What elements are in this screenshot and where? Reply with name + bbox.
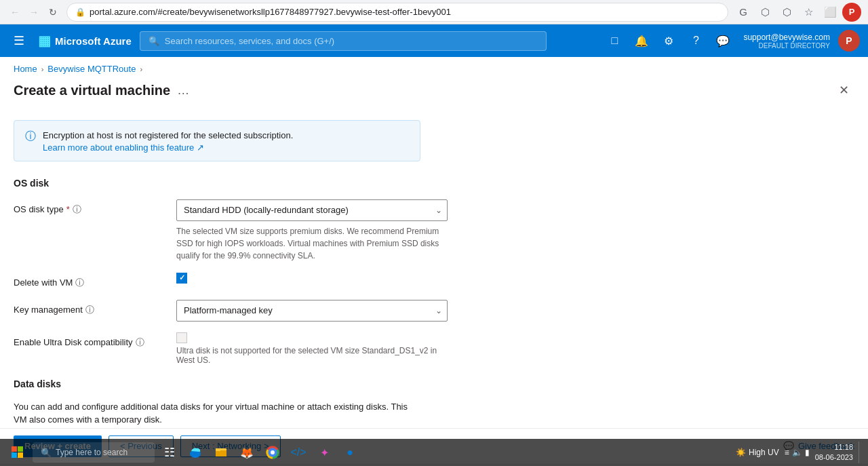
disk-type-label-text: OS disk type [14, 204, 64, 214]
back-button[interactable]: ← [7, 4, 23, 20]
info-circle-icon: ⓘ [25, 130, 36, 153]
user-profile[interactable]: support@bevywise.com DEFAULT DIRECTORY [738, 30, 835, 52]
firefox-button[interactable]: 🦊 [235, 440, 259, 465]
battery-icon[interactable]: ▮ [805, 448, 810, 457]
ultra-disk-info-icon[interactable]: ⓘ [136, 336, 144, 349]
info-banner: ⓘ Encryption at host is not registered f… [14, 120, 420, 161]
start-button[interactable] [5, 440, 30, 465]
disk-type-hint: The selected VM size supports premium di… [176, 225, 448, 262]
avatar[interactable]: P [838, 30, 860, 52]
edge-button[interactable] [183, 440, 208, 465]
svg-rect-3 [18, 452, 23, 458]
address-bar[interactable]: 🔒 portal.azure.com/#create/bevywisenetwo… [66, 3, 728, 22]
ext-button-1[interactable]: ⬡ [755, 3, 774, 22]
refresh-button[interactable]: ↻ [45, 4, 61, 20]
app7-button[interactable]: ✦ [312, 440, 336, 465]
key-mgmt-info-icon[interactable]: ⓘ [85, 304, 94, 316]
show-desktop-button[interactable] [859, 442, 863, 463]
key-management-label-text: Key management [14, 305, 83, 315]
google-ext-button[interactable]: G [734, 3, 753, 22]
lock-icon: 🔒 [75, 7, 85, 17]
data-disks-section: Data disks You can add and configure add… [14, 376, 854, 429]
ultra-disk-checkbox [176, 332, 187, 343]
delete-vm-label-text: Delete with VM [14, 277, 73, 288]
taskbar-right: ☀️ High UV ≡ 🔈 ▮ 11:18 08-06-2023 [736, 442, 863, 463]
external-link-icon: ↗ [197, 142, 204, 153]
key-management-label: Key management ⓘ [14, 300, 163, 316]
profile-button[interactable]: P [842, 3, 861, 22]
disk-type-select[interactable]: Premium SSD (locally-redundant storage)P… [176, 199, 448, 221]
azure-logo-icon: ▦ [38, 33, 51, 49]
search-input[interactable] [165, 36, 538, 46]
azure-logo-text: Microsoft Azure [55, 35, 132, 47]
close-button[interactable]: ✕ [833, 79, 854, 101]
data-disks-description: You can add and configure additional dat… [14, 400, 420, 427]
breadcrumb-parent[interactable]: Bevywise MQTTRoute [47, 64, 136, 74]
uv-icon: ☀️ [736, 448, 746, 457]
notifications-icon[interactable]: 🔔 [629, 28, 654, 53]
ultra-disk-hint: Ultra disk is not supported for the sele… [176, 346, 448, 365]
network-icon[interactable]: ≡ [785, 448, 789, 457]
weather-indicator: ☀️ High UV [736, 448, 779, 457]
scrollable-area: ⓘ Encryption at host is not registered f… [0, 109, 868, 428]
taskbar-search[interactable]: 🔍 [33, 442, 155, 463]
help-icon[interactable]: ? [684, 28, 708, 53]
browser-actions: G ⬡ ⬡ ☆ ⬜ P [734, 3, 861, 22]
url-text: portal.azure.com/#create/bevywisenetwork… [90, 7, 719, 17]
svg-rect-6 [216, 450, 226, 457]
os-disk-title: OS disk [14, 175, 854, 189]
vscode-button[interactable]: </> [286, 440, 311, 465]
key-management-row: Key management ⓘ Platform-managed keyCus… [14, 300, 854, 322]
more-options-button[interactable]: … [177, 83, 189, 98]
delete-vm-checkbox[interactable] [176, 273, 187, 284]
chrome-button[interactable] [260, 440, 285, 465]
volume-icon[interactable]: 🔈 [792, 448, 802, 457]
svg-rect-2 [12, 452, 17, 458]
delete-vm-info-icon[interactable]: ⓘ [75, 277, 84, 289]
cloud-shell-icon[interactable]: □ [602, 28, 627, 53]
os-disk-type-label: OS disk type * ⓘ [14, 199, 163, 216]
feedback-nav-icon[interactable]: 💬 [711, 28, 735, 53]
ultra-disk-control: Ultra disk is not supported for the sele… [176, 332, 448, 365]
taskbar-clock[interactable]: 11:18 08-06-2023 [815, 442, 853, 463]
info-main-text: Encryption at host is not registered for… [43, 129, 293, 142]
browser-bar: ← → ↻ 🔒 portal.azure.com/#create/bevywis… [0, 0, 868, 24]
page-title: Create a virtual machine [14, 83, 170, 98]
delete-with-vm-label: Delete with VM ⓘ [14, 273, 163, 289]
taskbar: 🔍 ☷ 🦊 </> ✦ ● [0, 439, 868, 466]
azure-logo: ▦ Microsoft Azure [38, 33, 132, 49]
media-button[interactable]: ⬜ [821, 3, 840, 22]
explorer-button[interactable] [209, 440, 233, 465]
taskbar-system-icons: ≡ 🔈 ▮ [785, 448, 810, 457]
azure-topnav: ☰ ▦ Microsoft Azure 🔍 □ 🔔 ⚙ ? 💬 support@… [0, 24, 868, 57]
content-wrapper: Home › Bevywise MQTTRoute › Create a vir… [0, 57, 868, 463]
key-management-select[interactable]: Platform-managed keyCustomer-managed key… [176, 300, 448, 322]
delete-with-vm-control [176, 273, 448, 284]
svg-rect-0 [12, 446, 17, 452]
ultra-disk-checkbox-wrapper [176, 332, 448, 343]
forward-button[interactable]: → [26, 4, 42, 20]
app8-button[interactable]: ● [338, 440, 362, 465]
delete-with-vm-row: Delete with VM ⓘ [14, 273, 854, 289]
svg-rect-1 [18, 446, 23, 452]
breadcrumb-home[interactable]: Home [14, 64, 37, 74]
os-disk-section: OS disk OS disk type * ⓘ Premium SSD (lo… [14, 175, 854, 365]
os-disk-type-row: OS disk type * ⓘ Premium SSD (locally-re… [14, 199, 854, 262]
taskview-button[interactable]: ☷ [157, 440, 182, 465]
key-management-control: Platform-managed keyCustomer-managed key… [176, 300, 448, 322]
disk-type-select-wrapper: Premium SSD (locally-redundant storage)P… [176, 199, 448, 221]
star-button[interactable]: ☆ [799, 3, 818, 22]
azure-search-bar[interactable]: 🔍 [140, 31, 547, 51]
breadcrumb-sep-1: › [41, 65, 44, 73]
browser-nav-buttons: ← → ↻ [7, 4, 61, 20]
user-name: support@bevywise.com [743, 33, 830, 42]
hamburger-menu[interactable]: ☰ [8, 30, 30, 52]
taskbar-search-input[interactable] [56, 448, 146, 457]
settings-icon[interactable]: ⚙ [656, 28, 681, 53]
ext-button-2[interactable]: ⬡ [777, 3, 796, 22]
info-link[interactable]: Learn more about enabling this feature ↗ [43, 142, 204, 153]
info-link-text: Learn more about enabling this feature [43, 142, 194, 153]
ultra-disk-label: Enable Ultra Disk compatibility ⓘ [14, 332, 163, 349]
user-dir: DEFAULT DIRECTORY [759, 42, 830, 50]
disk-type-info-icon[interactable]: ⓘ [73, 203, 81, 216]
